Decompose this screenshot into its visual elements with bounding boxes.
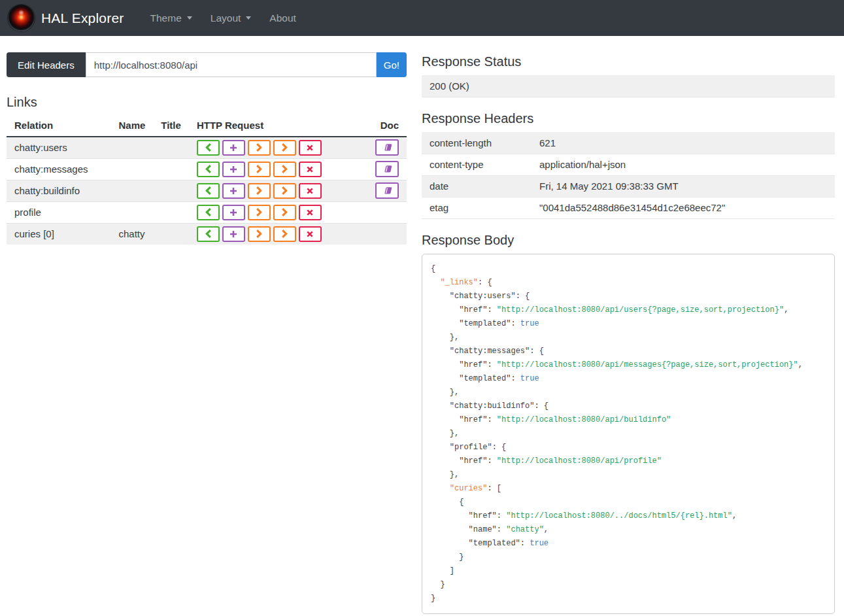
hal-9000-logo-icon [8,5,35,31]
patch-request-button[interactable] [273,226,296,242]
column-header-name: Name [110,115,153,137]
x-icon [307,209,313,216]
patch-request-button[interactable] [273,140,296,156]
get-request-button[interactable] [197,162,220,177]
link-relation: chatty:users [7,137,110,158]
delete-request-button[interactable] [299,226,322,242]
doc-button[interactable] [375,161,399,177]
plus-icon [229,187,237,195]
link-name [110,180,153,201]
column-header-title: Title [153,115,189,137]
chevron-left-icon [205,143,212,152]
link-name: chatty [110,223,153,245]
response-headers-table: content-length 621 content-type applicat… [422,132,835,219]
plus-icon [229,230,237,238]
url-bar: Edit Headers Go! [7,52,407,77]
put-request-button[interactable] [248,205,271,220]
get-request-button[interactable] [197,205,220,220]
link-relation: curies [0] [7,223,110,245]
patch-request-button[interactable] [273,183,296,199]
table-row: content-type application/hal+json [422,154,835,175]
get-request-button[interactable] [197,140,220,156]
links-table-header-row: Relation Name Title HTTP Request Doc [7,115,407,137]
main-layout: Edit Headers Go! Links Relation Name Tit… [0,36,844,614]
header-name: date [422,175,532,197]
get-request-button[interactable] [197,183,220,199]
link-row: curies [0]chatty [7,223,407,245]
link-row: chatty:users [7,137,407,158]
nav-about-link[interactable]: About [260,0,305,36]
link-name [110,201,153,223]
delete-request-button[interactable] [299,162,322,177]
response-body-heading: Response Body [422,233,835,248]
response-body-box: { "_links": { "chatty:users": { "href": … [422,254,835,614]
link-title [153,158,189,180]
http-request-buttons [189,137,366,158]
edit-headers-button[interactable]: Edit Headers [7,52,86,77]
http-request-buttons [189,223,366,245]
caret-down-icon [246,16,251,20]
get-request-button[interactable] [197,226,220,242]
doc-cell [366,201,407,223]
nav-layout-dropdown[interactable]: Layout [201,0,261,36]
links-table: Relation Name Title HTTP Request Doc cha… [7,115,407,245]
header-value: Fri, 14 May 2021 09:38:33 GMT [532,175,835,197]
doc-button[interactable] [375,182,399,199]
delete-request-button[interactable] [299,183,322,199]
book-icon [382,143,392,152]
x-icon [307,166,313,173]
navbar: HAL Explorer Theme Layout About [0,0,844,36]
link-title [153,180,189,201]
link-name [110,158,153,180]
chevron-right-icon [256,186,263,195]
header-name: content-type [422,154,532,175]
doc-cell [366,158,407,180]
http-request-buttons [189,180,366,201]
delete-request-button[interactable] [299,140,322,156]
chevron-left-icon [205,186,212,195]
chevron-right-icon [281,186,288,195]
post-request-button[interactable] [222,226,245,242]
caret-down-icon [187,16,192,20]
nav-theme-dropdown[interactable]: Theme [141,0,201,36]
post-request-button[interactable] [222,205,245,220]
link-title [153,137,189,158]
http-request-buttons [189,158,366,180]
put-request-button[interactable] [248,162,271,177]
link-relation: chatty:buildinfo [7,180,110,201]
link-title [153,201,189,223]
post-request-button[interactable] [222,140,245,156]
response-body-json: { "_links": { "chatty:users": { "href": … [431,262,826,606]
link-name [110,137,153,158]
doc-button[interactable] [375,139,399,156]
chevron-right-icon [281,165,288,173]
book-icon [382,165,392,173]
chevron-left-icon [205,230,212,238]
column-header-relation: Relation [7,115,110,137]
doc-cell [366,137,407,158]
chevron-left-icon [205,208,212,216]
link-row: chatty:buildinfo [7,180,407,201]
put-request-button[interactable] [248,140,271,156]
response-status-value: 200 (OK) [422,75,835,97]
column-header-doc: Doc [366,115,407,137]
api-url-input[interactable] [86,52,377,77]
app-title: HAL Explorer [41,10,124,26]
plus-icon [229,165,237,173]
post-request-button[interactable] [222,162,245,177]
post-request-button[interactable] [222,183,245,199]
go-button[interactable]: Go! [377,52,407,77]
header-value: "0041da552488d86e31454d1c2e68eec72" [532,197,835,218]
nav-theme-label: Theme [150,12,182,24]
header-name: content-length [422,132,532,154]
patch-request-button[interactable] [273,162,296,177]
header-value: application/hal+json [532,154,835,175]
http-request-buttons [189,201,366,223]
put-request-button[interactable] [248,226,271,242]
link-relation: chatty:messages [7,158,110,180]
patch-request-button[interactable] [273,205,296,220]
nav-layout-label: Layout [211,12,241,24]
response-panel: Response Status 200 (OK) Response Header… [422,52,835,614]
put-request-button[interactable] [248,183,271,199]
delete-request-button[interactable] [299,205,322,220]
